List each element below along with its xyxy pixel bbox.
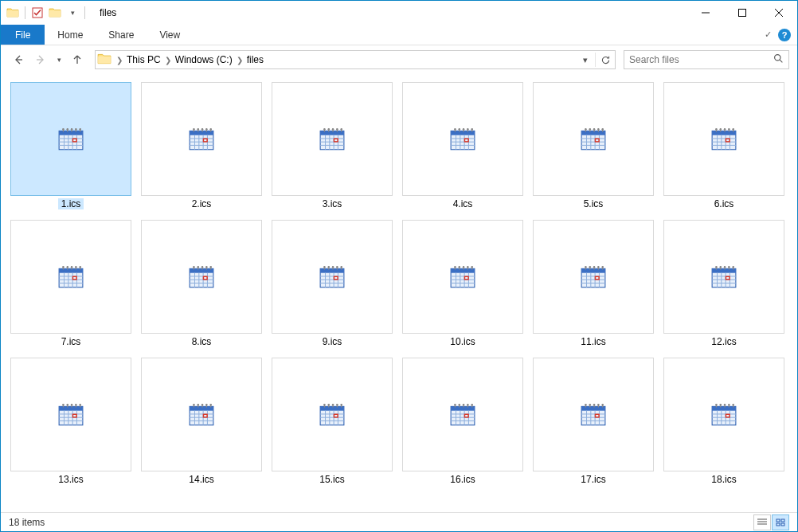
calendar-file-icon [319, 126, 346, 153]
file-item[interactable]: 4.ics [402, 82, 523, 211]
file-name: 8.ics [192, 336, 212, 347]
forward-button[interactable] [31, 50, 50, 69]
calendar-file-icon [580, 401, 607, 428]
back-button[interactable] [9, 50, 28, 69]
file-item[interactable]: 8.ics [141, 220, 262, 349]
file-item[interactable]: 7.ics [10, 220, 131, 349]
tab-view[interactable]: View [147, 25, 193, 45]
chevron-right-icon[interactable]: ❯ [115, 56, 124, 65]
address-bar[interactable]: ❯ This PC ❯ Windows (C:) ❯ files ▾ [95, 50, 616, 69]
calendar-file-icon [580, 126, 607, 153]
breadcrumb-drive[interactable]: Windows (C:) [173, 54, 235, 65]
file-name: 15.ics [319, 474, 344, 485]
file-item[interactable]: 18.ics [663, 358, 784, 487]
svg-rect-35 [781, 523, 784, 526]
tab-home[interactable]: Home [45, 25, 96, 45]
file-name: 9.ics [323, 336, 342, 347]
file-item[interactable]: 13.ics [10, 358, 131, 487]
thumbnails-view-button[interactable] [772, 514, 789, 530]
file-item[interactable]: 17.ics [533, 358, 654, 487]
file-item[interactable]: 3.ics [272, 82, 393, 211]
file-item[interactable]: 5.ics [533, 82, 654, 211]
refresh-button[interactable] [596, 51, 615, 68]
file-item[interactable]: 16.ics [402, 358, 523, 487]
search-input[interactable] [629, 54, 773, 65]
file-thumbnail [10, 220, 131, 334]
recent-dropdown-icon[interactable]: ▾ [53, 50, 65, 69]
new-folder-qat-icon[interactable] [48, 6, 62, 20]
file-thumbnail [533, 82, 654, 196]
chevron-right-icon[interactable]: ❯ [163, 56, 173, 65]
file-thumbnail [402, 82, 523, 196]
file-name: 14.ics [189, 474, 213, 485]
file-thumbnail [402, 358, 523, 471]
file-thumbnail [141, 220, 262, 334]
file-name: 6.ics [714, 198, 734, 209]
search-icon[interactable] [773, 53, 784, 66]
calendar-file-icon [710, 126, 737, 153]
file-name: 13.ics [58, 474, 83, 485]
file-thumbnail [663, 358, 784, 471]
file-item[interactable]: 1.ics [10, 82, 131, 211]
file-menu[interactable]: File [1, 25, 45, 45]
file-thumbnail [272, 220, 393, 334]
file-name: 16.ics [450, 474, 475, 485]
file-thumbnail [141, 82, 262, 196]
location-folder-icon [97, 52, 111, 68]
file-item[interactable]: 11.ics [533, 220, 654, 349]
ribbon: File Home Share View ✓ ? [1, 25, 797, 45]
svg-line-28 [780, 60, 782, 62]
navigation-row: ▾ ❯ This PC ❯ Windows (C:) ❯ files ▾ [1, 45, 797, 74]
ribbon-expand-icon[interactable]: ✓ [765, 29, 772, 40]
calendar-file-icon [710, 401, 737, 428]
file-item[interactable]: 2.ics [141, 82, 262, 211]
svg-rect-32 [776, 519, 780, 522]
close-button[interactable] [761, 1, 797, 25]
calendar-file-icon [57, 401, 84, 428]
file-item[interactable]: 12.ics [663, 220, 784, 349]
file-name: 2.ics [192, 198, 212, 209]
file-thumbnail [10, 358, 131, 471]
breadcrumb-folder[interactable]: files [244, 54, 266, 65]
address-dropdown-icon[interactable]: ▾ [576, 51, 595, 68]
file-name: 18.ics [711, 474, 736, 485]
folder-app-icon [6, 6, 20, 20]
file-thumbnail [141, 358, 262, 471]
properties-qat-icon[interactable] [30, 6, 45, 20]
details-view-button[interactable] [753, 514, 771, 530]
up-button[interactable] [68, 50, 87, 69]
tab-share[interactable]: Share [96, 25, 147, 45]
file-name: 4.ics [453, 198, 473, 209]
file-thumbnail [402, 220, 523, 334]
calendar-file-icon [319, 264, 346, 291]
breadcrumb-this-pc[interactable]: This PC [124, 54, 163, 65]
file-thumbnail [663, 82, 784, 196]
chevron-right-icon[interactable]: ❯ [235, 56, 244, 65]
file-item[interactable]: 14.ics [141, 358, 262, 487]
file-name: 1.ics [58, 198, 84, 209]
calendar-file-icon [188, 401, 215, 428]
file-thumbnail [272, 358, 393, 471]
separator [25, 6, 25, 19]
file-thumbnail [663, 220, 784, 334]
file-name: 11.ics [581, 336, 605, 347]
calendar-file-icon [57, 126, 84, 153]
svg-point-27 [775, 55, 780, 61]
calendar-file-icon [188, 264, 215, 291]
calendar-file-icon [580, 264, 607, 291]
file-item[interactable]: 9.ics [272, 220, 393, 349]
file-grid: 1.ics2.ics3.ics4.ics5.ics6.ics7.ics8.ics… [10, 82, 788, 487]
file-thumbnail [10, 82, 131, 196]
file-pane[interactable]: 1.ics2.ics3.ics4.ics5.ics6.ics7.ics8.ics… [1, 74, 797, 512]
file-item[interactable]: 15.ics [272, 358, 393, 487]
calendar-file-icon [449, 264, 476, 291]
maximize-button[interactable] [724, 1, 761, 25]
calendar-file-icon [710, 264, 737, 291]
minimize-button[interactable] [687, 1, 724, 25]
qat-dropdown-icon[interactable]: ▾ [65, 6, 80, 20]
file-item[interactable]: 10.ics [402, 220, 523, 349]
search-box[interactable] [624, 50, 789, 69]
help-icon[interactable]: ? [778, 29, 791, 41]
file-item[interactable]: 6.ics [663, 82, 784, 211]
file-name: 5.ics [584, 198, 604, 209]
